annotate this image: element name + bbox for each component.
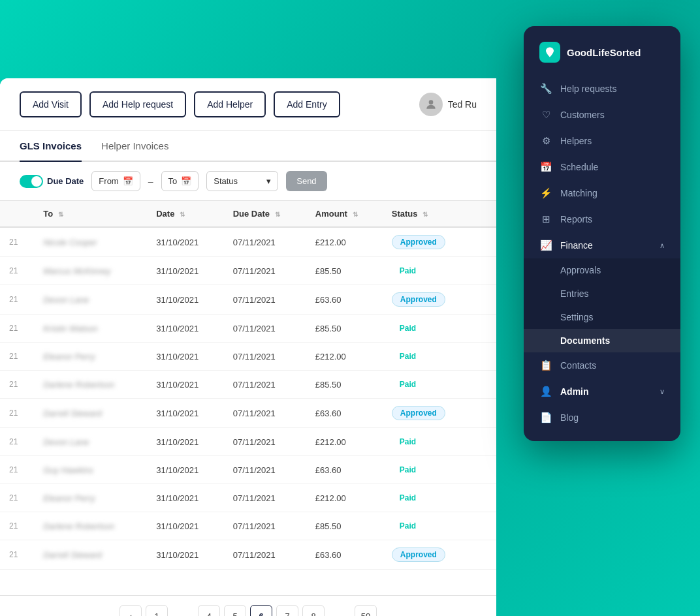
- col-due-date[interactable]: Due Date ⇅: [224, 201, 306, 227]
- page-5-button[interactable]: 5: [224, 605, 246, 616]
- tab-gls-invoices[interactable]: GLS Invoices: [20, 131, 82, 162]
- tabs-bar: GLS Invoices Helper Invoices: [0, 131, 496, 162]
- table-row[interactable]: 21Darrell Steward31/10/202107/11/2021£63…: [0, 540, 496, 570]
- cell-due-date: 07/11/2021: [224, 399, 306, 428]
- sidebar-item-matching[interactable]: ⚡ Matching: [524, 180, 680, 206]
- table-row[interactable]: 21Nicole Cooper31/10/202107/11/2021£212.…: [0, 227, 496, 257]
- add-helper-button[interactable]: Add Helper: [194, 91, 266, 117]
- cell-date: 31/10/2021: [147, 371, 223, 399]
- admin-icon: 👤: [539, 386, 552, 397]
- tab-helper-invoices[interactable]: Helper Invoices: [101, 131, 168, 162]
- table-row[interactable]: 21Darlene Robertson31/10/202107/11/2021£…: [0, 371, 496, 399]
- to-date-input[interactable]: To 📅: [161, 171, 199, 191]
- cell-date: 31/10/2021: [147, 315, 223, 343]
- cell-amount: £63.60: [306, 540, 383, 570]
- sidebar-item-help-requests[interactable]: 🔧 Help requests: [524, 76, 680, 102]
- table-row[interactable]: 21Darlene Robertson31/10/202107/11/2021£…: [0, 512, 496, 540]
- sidebar-sub-entries[interactable]: Entries: [524, 282, 680, 305]
- cell-to: Devon Lane: [34, 428, 147, 456]
- page-4-button[interactable]: 4: [198, 605, 220, 616]
- nav-label-entries: Entries: [560, 288, 589, 299]
- sidebar-sub-approvals[interactable]: Approvals: [524, 258, 680, 282]
- col-date[interactable]: Date ⇅: [147, 201, 223, 227]
- sidebar-item-admin[interactable]: 👤 Admin ∨: [524, 378, 680, 405]
- sidebar-item-contacts[interactable]: 📋 Contacts: [524, 352, 680, 378]
- sidebar-item-customers[interactable]: ♡ Customers: [524, 102, 680, 128]
- nav-label-blog: Blog: [560, 412, 665, 423]
- cell-date: 31/10/2021: [147, 257, 223, 285]
- page-1-button[interactable]: 1: [146, 605, 168, 616]
- status-badge: Paid: [392, 491, 424, 504]
- page-7-button[interactable]: 7: [276, 605, 298, 616]
- status-badge: Paid: [392, 322, 424, 335]
- cell-action: [473, 371, 496, 399]
- cell-due-date: 07/11/2021: [224, 512, 306, 540]
- prev-page-button[interactable]: ‹: [119, 605, 142, 616]
- col-status[interactable]: Status ⇅: [383, 201, 473, 227]
- cell-status: Paid: [383, 456, 473, 484]
- chevron-up-icon: ∧: [660, 241, 665, 250]
- page-8-button[interactable]: 8: [302, 605, 325, 616]
- cell-to: Darlene Robertson: [34, 371, 147, 399]
- sidebar-sub-documents[interactable]: Documents: [524, 329, 680, 352]
- sidebar-sub-settings[interactable]: Settings: [524, 305, 680, 329]
- table-row[interactable]: 21Marcus McKinney31/10/202107/11/2021£85…: [0, 257, 496, 285]
- add-visit-button[interactable]: Add Visit: [20, 91, 82, 117]
- cell-to: Eleanor Perry: [34, 484, 147, 512]
- due-date-toggle[interactable]: [20, 175, 43, 188]
- nav-label-helpers: Helpers: [560, 136, 665, 146]
- nav-label-reports: Reports: [560, 214, 665, 224]
- add-help-request-button[interactable]: Add Help request: [89, 91, 186, 117]
- table-row[interactable]: 21Guy Hawkins31/10/202107/11/2021£63.60P…: [0, 456, 496, 484]
- sidebar-item-finance[interactable]: 📈 Finance ∧: [524, 232, 680, 258]
- table-row[interactable]: 21Kristin Watson31/10/202107/11/2021£85.…: [0, 315, 496, 343]
- status-select[interactable]: Status ▾: [206, 171, 278, 191]
- table-row[interactable]: 21Devon Lane31/10/202107/11/2021£212.00P…: [0, 428, 496, 456]
- cell-status: Approved: [383, 399, 473, 428]
- table-row[interactable]: 21Darrell Steward31/10/202107/11/2021£63…: [0, 399, 496, 428]
- page-50-button[interactable]: 50: [355, 605, 377, 616]
- cell-amount: £85.50: [306, 371, 383, 399]
- blog-icon: 📄: [539, 412, 552, 424]
- add-entry-button[interactable]: Add Entry: [274, 91, 340, 117]
- cell-status: Approved: [383, 285, 473, 315]
- cell-to: Marcus McKinney: [34, 257, 147, 285]
- sidebar-item-helpers[interactable]: ⚙ Helpers: [524, 128, 680, 154]
- cell-amount: £63.60: [306, 456, 383, 484]
- cell-action: [473, 315, 496, 343]
- col-amount[interactable]: Amount ⇅: [306, 201, 383, 227]
- status-badge: Approved: [392, 406, 445, 420]
- cell-id: 21: [0, 315, 34, 343]
- cell-id: 21: [0, 285, 34, 315]
- cell-to: Darrell Steward: [34, 540, 147, 570]
- col-to[interactable]: To ⇅: [34, 201, 147, 227]
- pagination: ‹ 1 ··· 4 5 6 7 8 ··· 50: [0, 595, 496, 616]
- filters-bar: Due Date From 📅 – To 📅 Status ▾ Send: [0, 162, 496, 201]
- cell-to: Darlene Robertson: [34, 512, 147, 540]
- sidebar-item-blog[interactable]: 📄 Blog: [524, 405, 680, 431]
- cell-amount: £63.60: [306, 285, 383, 315]
- status-label: Status: [214, 176, 238, 186]
- table-row[interactable]: 21Eleanor Perry31/10/202107/11/2021£212.…: [0, 343, 496, 371]
- cell-date: 31/10/2021: [147, 540, 223, 570]
- sort-icon-date: ⇅: [180, 211, 185, 218]
- nav-label-finance: Finance: [560, 240, 652, 251]
- table-row[interactable]: 21Devon Lane31/10/202107/11/2021£63.60Ap…: [0, 285, 496, 315]
- page-6-button[interactable]: 6: [250, 605, 272, 616]
- from-date-input[interactable]: From 📅: [91, 171, 140, 191]
- sidebar-item-schedule[interactable]: 📅 Schedule: [524, 154, 680, 180]
- nav-label-approvals: Approvals: [560, 265, 601, 275]
- cell-due-date: 07/11/2021: [224, 343, 306, 371]
- send-button[interactable]: Send: [286, 171, 326, 191]
- table-row[interactable]: 21Eleanor Perry31/10/202107/11/2021£212.…: [0, 484, 496, 512]
- sidebar-item-reports[interactable]: ⊞ Reports: [524, 206, 680, 232]
- cell-action: [473, 540, 496, 570]
- cell-amount: £85.50: [306, 257, 383, 285]
- cell-status: Paid: [383, 428, 473, 456]
- cell-action: [473, 285, 496, 315]
- main-content: Add Visit Add Help request Add Helper Ad…: [0, 78, 496, 616]
- cell-id: 21: [0, 371, 34, 399]
- cell-date: 31/10/2021: [147, 456, 223, 484]
- cell-date: 31/10/2021: [147, 343, 223, 371]
- grid-icon: ⊞: [539, 213, 552, 225]
